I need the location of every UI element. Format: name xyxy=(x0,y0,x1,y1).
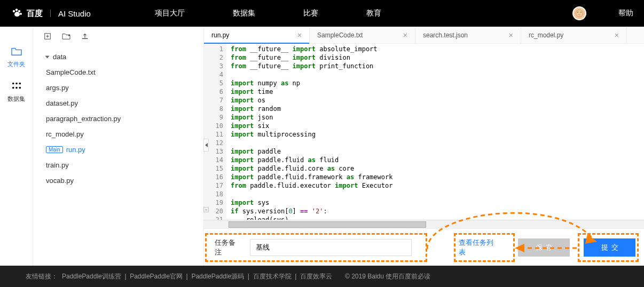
code-line[interactable]: if sys.version[0] == '2': xyxy=(231,207,644,216)
nav-edu[interactable]: 教育 xyxy=(366,9,381,18)
save-button[interactable]: 保存 xyxy=(518,238,570,257)
footer-link[interactable]: PaddlePaddle源码 xyxy=(191,273,244,280)
collapse-handle[interactable] xyxy=(203,139,209,152)
nav-datasets[interactable]: 数据集 xyxy=(233,9,255,18)
code-line[interactable]: from __future__ import absolute_import xyxy=(231,45,644,53)
footer-link[interactable]: PaddlePaddle训练营 xyxy=(62,273,121,280)
svg-point-9 xyxy=(19,83,21,85)
code-line[interactable]: import paddle.fluid as fluid xyxy=(231,156,644,164)
upload-icon[interactable] xyxy=(81,33,89,40)
code-line[interactable]: import time xyxy=(231,87,644,96)
file-item[interactable]: paragraph_extraction.py xyxy=(33,111,203,126)
code-line[interactable]: import paddle.fluid.framework as framewo… xyxy=(231,173,644,181)
submit-button[interactable]: 提交 xyxy=(584,238,635,257)
footer-label: 友情链接： xyxy=(26,272,58,281)
svg-point-2 xyxy=(18,10,20,12)
svg-point-0 xyxy=(13,10,15,12)
file-item[interactable]: rc_model.py xyxy=(33,126,203,142)
note-label: 任务备注 xyxy=(215,238,241,257)
folder-item[interactable]: data xyxy=(33,49,203,65)
close-icon[interactable]: × xyxy=(297,31,302,39)
nav-lobby[interactable]: 项目大厅 xyxy=(155,9,185,18)
code-line[interactable]: import os xyxy=(231,96,644,105)
code-line[interactable]: import json xyxy=(231,113,644,122)
footer-copyright: © 2019 Baidu 使用百度前必读 xyxy=(345,272,430,281)
file-item[interactable]: args.py xyxy=(33,80,203,95)
svg-point-1 xyxy=(15,9,18,11)
svg-point-6 xyxy=(576,10,583,17)
horizontal-scrollbar[interactable] xyxy=(204,220,644,228)
svg-point-4 xyxy=(577,12,578,13)
code-line[interactable]: import paddle xyxy=(231,147,644,156)
code-line[interactable]: reload(sys) xyxy=(231,216,644,220)
data-icon xyxy=(11,81,22,91)
file-item-main[interactable]: Mainrun.py xyxy=(33,142,203,157)
code-line[interactable]: from paddle.fluid.executor import Execut… xyxy=(231,181,644,190)
code-line[interactable]: import multiprocessing xyxy=(231,130,644,139)
rail-data[interactable]: 数据集 xyxy=(0,75,33,109)
brand-logo[interactable]: 百度 AI Studio xyxy=(11,7,91,20)
editor-tab[interactable]: run.py× xyxy=(204,27,310,43)
file-item[interactable]: dataset.py xyxy=(33,95,203,111)
svg-point-11 xyxy=(15,87,18,89)
svg-point-8 xyxy=(15,83,18,85)
code-line[interactable]: import numpy as np xyxy=(231,79,644,87)
code-line[interactable]: from __future__ import division xyxy=(231,53,644,62)
note-input[interactable] xyxy=(250,239,412,256)
file-item[interactable]: SampleCode.txt xyxy=(33,65,203,80)
new-folder-icon[interactable] xyxy=(62,33,70,40)
close-icon[interactable]: × xyxy=(403,31,407,39)
svg-point-10 xyxy=(12,87,14,89)
footer-link[interactable]: 百度技术学院 xyxy=(253,273,292,280)
svg-point-5 xyxy=(580,12,582,13)
file-item[interactable]: vocab.py xyxy=(33,173,203,188)
code-line[interactable]: import random xyxy=(231,105,644,113)
editor-tab[interactable]: SampleCode.txt× xyxy=(310,27,415,43)
code-line[interactable] xyxy=(231,190,644,198)
nav-help[interactable]: 帮助 xyxy=(618,9,633,18)
new-file-icon[interactable] xyxy=(44,33,51,40)
close-icon[interactable]: × xyxy=(509,31,513,39)
view-tasks-link[interactable]: 查看任务列表 xyxy=(459,238,499,257)
code-line[interactable] xyxy=(231,139,644,147)
nav-compete[interactable]: 比赛 xyxy=(303,9,318,18)
avatar[interactable] xyxy=(572,6,586,20)
close-icon[interactable]: × xyxy=(615,31,619,39)
footer-link[interactable]: 百度效率云 xyxy=(300,273,332,280)
editor-tab[interactable]: search.test.json× xyxy=(415,27,521,43)
code-line[interactable]: from __future__ import print_function xyxy=(231,62,644,70)
code-line[interactable] xyxy=(231,70,644,79)
svg-point-7 xyxy=(12,83,14,85)
footer-link[interactable]: PaddlePaddle官网 xyxy=(130,273,183,280)
rail-files[interactable]: 文件夹 xyxy=(0,40,33,75)
folder-icon xyxy=(11,46,22,56)
code-line[interactable]: import paddle.fluid.core as core xyxy=(231,164,644,173)
svg-point-12 xyxy=(19,87,21,89)
svg-point-3 xyxy=(20,13,22,15)
code-line[interactable]: import sys xyxy=(231,198,644,207)
file-item[interactable]: train.py xyxy=(33,157,203,173)
editor-tab[interactable]: rc_model.py× xyxy=(521,27,627,43)
code-line[interactable]: import six xyxy=(231,122,644,130)
